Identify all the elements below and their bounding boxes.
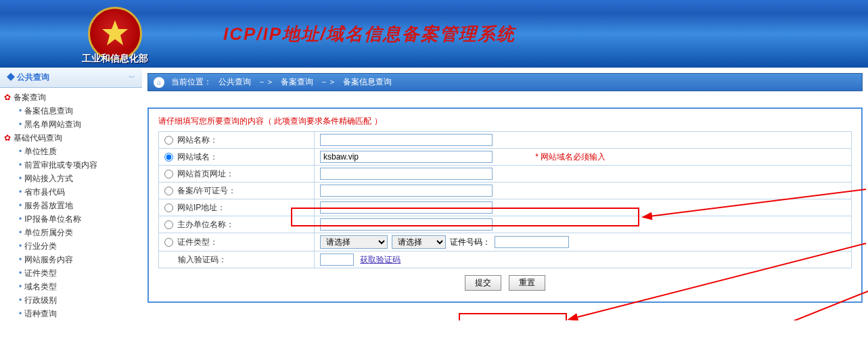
sidebar-item[interactable]: 前置审批或专项内容: [24, 160, 97, 170]
radio-sponsor[interactable]: [164, 220, 173, 229]
radio-cert-type[interactable]: [164, 238, 173, 247]
cert-no-label: 证件号码：: [450, 237, 490, 248]
sidebar-group-codes[interactable]: ✿基础代码查询: [4, 131, 142, 145]
sidebar-item-blacklist[interactable]: 黑名单网站查询: [24, 120, 81, 129]
sidebar-item[interactable]: 域名类型: [24, 282, 57, 291]
form-table: 网站名称： 网站域名： * 网站域名必须输入 网站首页网址： 备案/许可证号：: [158, 131, 852, 268]
annotation-box-captcha: [459, 313, 567, 320]
top-header: 工业和信息化部 ICP/IP地址/域名信息备案管理系统: [0, 0, 868, 68]
site-title: ICP/IP地址/域名信息备案管理系统: [223, 22, 516, 46]
domain-required-note: * 网站域名必须输入: [535, 152, 606, 162]
sidebar-item-filing-info[interactable]: 备案信息查询: [24, 106, 73, 116]
sidebar-item[interactable]: 证件类型: [24, 268, 57, 278]
captcha-link[interactable]: 获取验证码: [360, 255, 401, 264]
input-site-name[interactable]: [320, 134, 493, 146]
sidebar: ◆ 公共查询 ﹀ ✿备案查询 备案信息查询 黑名单网站查询 ✿基础代码查询 单位…: [0, 68, 142, 320]
breadcrumb-path1: 公共查询: [219, 76, 251, 88]
main-content: ⌂ 当前位置： 公共查询 －＞ 备案查询 －＞ 备案信息查询 请仔细填写您所要查…: [142, 68, 868, 320]
sidebar-item[interactable]: 行政级别: [24, 295, 57, 305]
select-cert-type-2[interactable]: 请选择: [392, 235, 446, 249]
sidebar-item[interactable]: 单位所属分类: [24, 228, 73, 237]
select-cert-type-1[interactable]: 请选择: [320, 235, 388, 249]
input-cert-no[interactable]: [495, 236, 569, 248]
breadcrumb-path3: 备案信息查询: [343, 76, 392, 88]
sidebar-tree: ✿备案查询 备案信息查询 黑名单网站查询 ✿基础代码查询 单位性质 前置审批或专…: [0, 88, 142, 320]
sidebar-header[interactable]: ◆ 公共查询 ﹀: [0, 68, 142, 88]
input-homepage[interactable]: [320, 168, 493, 180]
form-note: 请仔细填写您所要查询的内容（ 此项查询要求条件精确匹配 ）: [158, 116, 852, 127]
sidebar-item[interactable]: 网站服务内容: [24, 255, 73, 264]
breadcrumb-sep: －＞: [258, 76, 274, 88]
input-captcha[interactable]: [320, 254, 354, 266]
submit-button[interactable]: 提交: [465, 275, 501, 291]
chevron-down-icon: ﹀: [129, 73, 135, 82]
radio-domain[interactable]: [164, 153, 173, 162]
sidebar-item[interactable]: 单位性质: [24, 147, 57, 156]
sidebar-item[interactable]: 语种查询: [24, 309, 57, 318]
home-icon: ⌂: [154, 77, 164, 88]
input-ip[interactable]: [320, 201, 493, 214]
reset-button[interactable]: 重置: [509, 275, 545, 291]
sidebar-item[interactable]: 服务器放置地: [24, 201, 73, 210]
sidebar-item[interactable]: 行业分类: [24, 241, 57, 251]
query-form: 请仔细填写您所要查询的内容（ 此项查询要求条件精确匹配 ） 网站名称： 网站域名…: [147, 107, 863, 303]
sidebar-group-filing[interactable]: ✿备案查询: [4, 91, 142, 104]
breadcrumb-prefix: 当前位置：: [171, 76, 212, 88]
input-domain[interactable]: [320, 151, 493, 163]
input-license[interactable]: [320, 185, 493, 197]
radio-license[interactable]: [164, 187, 173, 195]
sidebar-title: 公共查询: [17, 72, 49, 82]
radio-homepage[interactable]: [164, 170, 173, 178]
radio-site-name[interactable]: [164, 136, 173, 145]
sidebar-item[interactable]: 省市县代码: [24, 187, 65, 197]
ministry-label: 工业和信息化部: [68, 53, 162, 65]
radio-ip[interactable]: [164, 203, 173, 212]
breadcrumb-path2: 备案查询: [281, 76, 313, 88]
sidebar-item[interactable]: 网站接入方式: [24, 174, 73, 183]
input-sponsor[interactable]: [320, 218, 493, 231]
breadcrumb: ⌂ 当前位置： 公共查询 －＞ 备案查询 －＞ 备案信息查询: [147, 73, 863, 91]
sidebar-item[interactable]: IP报备单位名称: [24, 214, 81, 224]
breadcrumb-sep: －＞: [320, 76, 336, 88]
svg-marker-0: [102, 20, 128, 45]
